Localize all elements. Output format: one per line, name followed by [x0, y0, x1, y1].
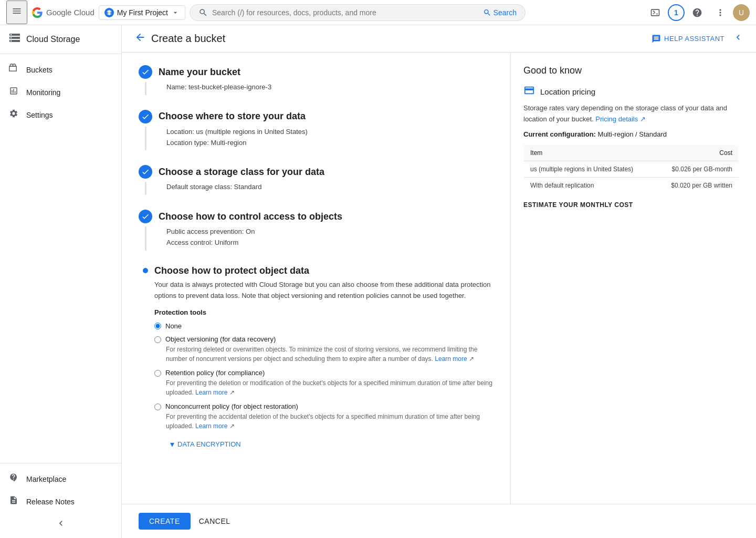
- step-2-title: Choose where to store your data: [159, 111, 306, 122]
- sidebar-collapse-button[interactable]: [0, 513, 121, 534]
- collapse-panel-button[interactable]: [733, 32, 743, 45]
- table-header-cost: Cost: [655, 144, 739, 161]
- page-header: Create a bucket HELP ASSISTANT: [122, 25, 756, 53]
- buckets-icon: [8, 64, 19, 76]
- step-5-title: Choose how to protect object data: [154, 265, 309, 276]
- sidebar-item-monitoring[interactable]: Monitoring: [0, 81, 121, 104]
- protect-body: Your data is always protected with Cloud…: [139, 280, 494, 450]
- sidebar-item-settings[interactable]: Settings: [0, 104, 121, 126]
- protection-tools-label: Protection tools: [154, 308, 494, 316]
- radio-none-label[interactable]: None: [165, 322, 182, 330]
- estimate-cost-button[interactable]: ESTIMATE YOUR MONTHLY COST: [523, 201, 633, 209]
- credit-card-icon: [523, 85, 535, 99]
- nav-right: 1 U: [645, 2, 750, 23]
- sidebar-item-monitoring-label: Monitoring: [26, 88, 60, 97]
- storage-icon: [8, 32, 21, 47]
- nonconcurrent-learn-more[interactable]: Learn more: [195, 422, 227, 430]
- table-cell-item-0: us (multiple regions in United States): [524, 161, 655, 177]
- app-layout: Cloud Storage Buckets Monitoring Setting…: [0, 25, 756, 538]
- table-row: With default replication $0.020 per GB w…: [524, 177, 739, 193]
- step-3-body: Default storage class: Standard: [145, 182, 494, 195]
- sidebar: Cloud Storage Buckets Monitoring Setting…: [0, 25, 122, 538]
- help-button[interactable]: [687, 2, 708, 23]
- sidebar-item-release-notes[interactable]: Release Notes: [0, 490, 121, 513]
- search-button[interactable]: Search: [483, 8, 517, 17]
- radio-versioning-label[interactable]: Object versioning (for data recovery): [165, 335, 276, 343]
- pricing-section: Location pricing Storage rates vary depe…: [523, 85, 739, 209]
- project-selector[interactable]: My First Project: [99, 5, 185, 20]
- step-access-control: Choose how to control access to objects …: [139, 210, 494, 251]
- step-1-body: Name: test-bucket-please-ignore-3: [145, 82, 494, 95]
- back-button[interactable]: [134, 32, 146, 46]
- radio-versioning-desc: For restoring deleted or overwritten obj…: [154, 345, 494, 364]
- step-4-detail-0: Public access prevention: On: [166, 226, 494, 237]
- help-assistant-button[interactable]: HELP ASSISTANT: [652, 34, 724, 44]
- radio-none[interactable]: [154, 323, 161, 329]
- step-2-body: Location: us (multiple regions in United…: [145, 127, 494, 151]
- table-cell-cost-0: $0.026 per GB-month: [655, 161, 739, 177]
- step-3-title: Choose a storage class for your data: [159, 167, 324, 178]
- step-5-dot: [143, 268, 148, 273]
- protect-description: Your data is always protected with Cloud…: [154, 280, 494, 302]
- pricing-header: Location pricing: [523, 85, 739, 99]
- release-notes-icon: [8, 495, 19, 508]
- data-encryption-toggle[interactable]: ▾ DATA ENCRYPTION: [170, 439, 241, 449]
- top-nav: Google Cloud My First Project Search 1 U: [0, 0, 756, 25]
- step-4-detail-1: Access control: Uniform: [166, 237, 494, 249]
- step-4-title: Choose how to control access to objects: [159, 211, 342, 222]
- notification-badge[interactable]: 1: [668, 4, 685, 21]
- radio-item-retention: Retention policy (for compliance) For pr…: [154, 369, 494, 397]
- current-config: Current configuration: Multi-region / St…: [523, 130, 739, 138]
- table-cell-cost-1: $0.020 per GB written: [655, 177, 739, 193]
- step-storage-class: Choose a storage class for your data Def…: [139, 165, 494, 195]
- main-content: Create a bucket HELP ASSISTANT: [122, 25, 756, 538]
- marketplace-icon: [8, 473, 19, 485]
- radio-nonconcurrent-label[interactable]: Nonconcurrent policy (for object restora…: [165, 402, 298, 410]
- pricing-table: Item Cost us (multiple regions in United…: [523, 144, 739, 194]
- step-name-bucket: Name your bucket Name: test-bucket-pleas…: [139, 65, 494, 95]
- project-name: My First Project: [117, 8, 168, 17]
- pricing-link[interactable]: Pricing details ↗: [595, 115, 646, 123]
- search-input[interactable]: [212, 8, 479, 17]
- sidebar-nav: Buckets Monitoring Settings: [0, 54, 121, 463]
- radio-nonconcurrent[interactable]: [154, 404, 161, 410]
- right-panel: Good to know Location pricing Storage ra…: [510, 53, 752, 504]
- cloud-shell-button[interactable]: [645, 2, 666, 23]
- good-to-know-title: Good to know: [523, 65, 739, 76]
- step-1-title: Name your bucket: [159, 67, 240, 78]
- pricing-description: Storage rates vary depending on the stor…: [523, 103, 739, 125]
- hamburger-button[interactable]: [6, 1, 27, 24]
- chevron-down-icon: ▾: [170, 439, 174, 449]
- sidebar-header: Cloud Storage: [0, 25, 121, 54]
- page-title: Create a bucket: [151, 33, 225, 45]
- radio-item-versioning: Object versioning (for data recovery) Fo…: [154, 335, 494, 364]
- monitoring-icon: [8, 86, 19, 98]
- cancel-button[interactable]: CANCEL: [199, 517, 230, 525]
- step-3-detail-0: Default storage class: Standard: [166, 182, 494, 193]
- form-left: Name your bucket Name: test-bucket-pleas…: [122, 53, 510, 504]
- page-header-left: Create a bucket: [134, 32, 225, 46]
- google-cloud-logo: Google Cloud: [32, 7, 94, 18]
- pricing-title: Location pricing: [540, 87, 595, 96]
- help-assistant-label: HELP ASSISTANT: [664, 35, 724, 43]
- radio-nonconcurrent-desc: For preventing the accidental deletion o…: [154, 412, 494, 431]
- sidebar-item-buckets[interactable]: Buckets: [0, 58, 121, 81]
- step-2-check: [139, 110, 152, 123]
- radio-retention-label[interactable]: Retention policy (for compliance): [165, 369, 265, 377]
- table-header-item: Item: [524, 144, 655, 161]
- step-1-check: [139, 65, 152, 79]
- retention-learn-more[interactable]: Learn more: [195, 389, 227, 396]
- step-4-body: Public access prevention: On Access cont…: [145, 226, 494, 251]
- radio-versioning[interactable]: [154, 336, 161, 343]
- radio-retention[interactable]: [154, 370, 161, 377]
- more-options-button[interactable]: [710, 2, 731, 23]
- versioning-learn-more[interactable]: Learn more: [435, 355, 467, 363]
- sidebar-item-marketplace[interactable]: Marketplace: [0, 468, 121, 490]
- settings-icon: [8, 109, 19, 121]
- create-button[interactable]: CREATE: [139, 513, 191, 530]
- form-footer: CREATE CANCEL: [122, 504, 756, 538]
- step-choose-location: Choose where to store your data Location…: [139, 110, 494, 151]
- avatar[interactable]: U: [733, 4, 750, 21]
- sidebar-item-release-notes-label: Release Notes: [26, 498, 75, 506]
- radio-item-none: None: [154, 322, 494, 330]
